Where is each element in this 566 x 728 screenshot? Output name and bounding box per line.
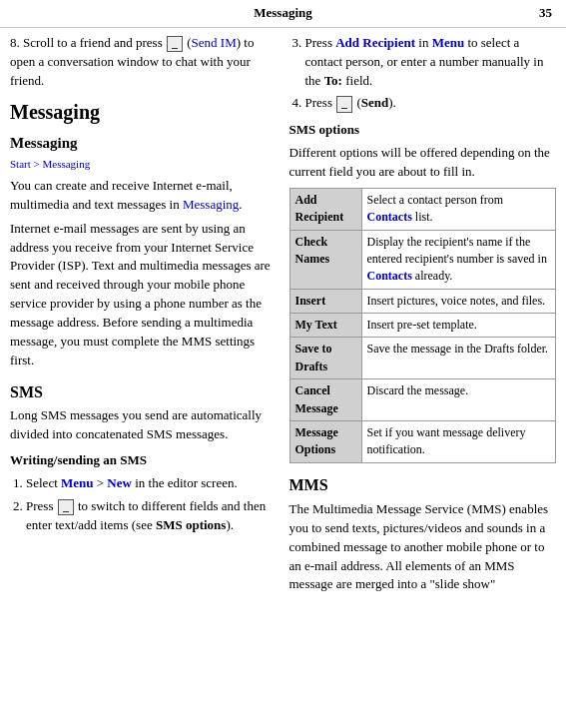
send-icon: ⎯	[336, 96, 352, 113]
prev-item8-text: 8. Scroll to a friend and press	[10, 35, 166, 50]
page-header: Messaging 35	[0, 0, 566, 28]
table-cell-desc: Select a contact person from Contacts li…	[361, 188, 556, 230]
sms-options-desc: Different options will be offered depend…	[289, 144, 557, 182]
sms-options-table: Add Recipient Select a contact person fr…	[289, 188, 557, 463]
header-title: Messaging	[44, 4, 522, 23]
table-row: Save to Drafts Save the message in the D…	[289, 338, 556, 379]
breadcrumb-text: Start > Messaging	[10, 158, 90, 170]
table-cell-desc: Set if you want message delivery notific…	[361, 421, 556, 463]
writing-heading: Writing/sending an SMS	[10, 451, 278, 470]
table-row: Message Options Set if you want message …	[289, 421, 556, 463]
step-1: Select Menu > New in the editor screen.	[26, 474, 278, 493]
table-row: Check Names Display the recipient's name…	[289, 230, 556, 289]
sms-options-heading: SMS options	[289, 121, 557, 140]
table-cell-label: Message Options	[289, 421, 361, 463]
mms-heading: MMS	[289, 473, 557, 496]
table-cell-label: My Text	[289, 314, 361, 338]
table-row: Add Recipient Select a contact person fr…	[289, 188, 556, 230]
prev-section: 8. Scroll to a friend and press ⎯ (Send …	[10, 34, 278, 91]
sms-heading: SMS	[10, 380, 278, 403]
switch-icon: ⎯	[58, 499, 74, 516]
table-cell-label: Insert	[289, 289, 361, 313]
step-2: Press ⎯ to switch to different fields an…	[26, 497, 278, 535]
sub-heading: Messaging	[10, 133, 278, 155]
table-cell-desc: Insert pre-set template.	[361, 314, 556, 338]
table-cell-label: Add Recipient	[289, 188, 361, 230]
table-row: Insert Insert pictures, voice notes, and…	[289, 289, 556, 313]
table-cell-desc: Discard the message.	[361, 379, 556, 421]
breadcrumb: Start > Messaging	[10, 157, 278, 173]
step-4: Press ⎯ (Send).	[305, 94, 557, 113]
intro-p1: You can create and receive Internet e-ma…	[10, 177, 278, 215]
right-column: Press Add Recipient in Menu to select a …	[289, 34, 557, 599]
prev-item8: 8. Scroll to a friend and press ⎯ (Send …	[10, 34, 278, 91]
section-heading: Messaging	[10, 98, 278, 127]
sms-p1: Long SMS messages you send are automatic…	[10, 406, 278, 444]
steps-continued-list: Press Add Recipient in Menu to select a …	[289, 34, 557, 113]
table-row: My Text Insert pre-set template.	[289, 314, 556, 338]
send-im-icon: ⎯	[167, 36, 183, 53]
steps-list: Select Menu > New in the editor screen. …	[10, 474, 278, 535]
content-wrapper: 8. Scroll to a friend and press ⎯ (Send …	[0, 34, 566, 599]
left-column: 8. Scroll to a friend and press ⎯ (Send …	[10, 34, 278, 599]
table-cell-desc: Save the message in the Drafts folder.	[361, 338, 556, 379]
mms-p1: The Multimedia Message Service (MMS) ena…	[289, 500, 557, 594]
table-cell-label: Save to Drafts	[289, 338, 361, 379]
table-cell-desc: Display the recipient's name if the ente…	[361, 230, 556, 289]
table-cell-label: Cancel Message	[289, 379, 361, 421]
page-number: 35	[522, 4, 552, 23]
intro-p2: Internet e-mail messages are sent by usi…	[10, 220, 278, 370]
step-3: Press Add Recipient in Menu to select a …	[305, 34, 557, 91]
table-row: Cancel Message Discard the message.	[289, 379, 556, 421]
table-cell-label: Check Names	[289, 230, 361, 289]
table-cell-desc: Insert pictures, voice notes, and files.	[361, 289, 556, 313]
